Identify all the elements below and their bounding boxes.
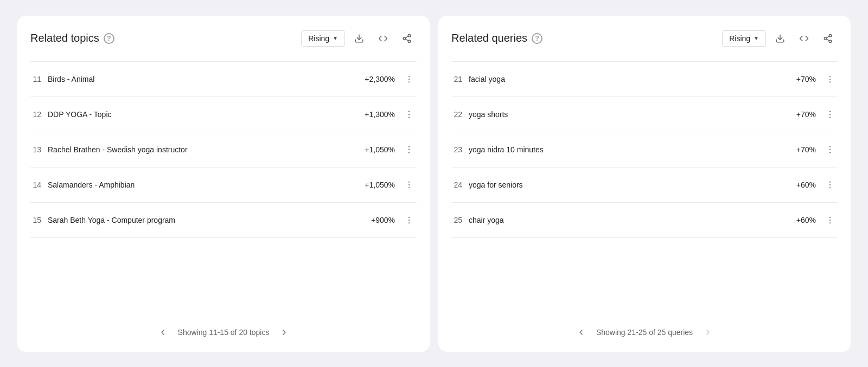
row-right: +2,300% <box>357 72 417 87</box>
svg-point-17 <box>409 187 410 188</box>
more-options-button[interactable] <box>822 107 838 122</box>
svg-point-41 <box>829 222 831 223</box>
svg-point-40 <box>829 219 831 220</box>
rising-dropdown[interactable]: Rising▼ <box>722 30 766 47</box>
next-page-button[interactable] <box>276 324 293 341</box>
row-number: 11 <box>30 75 41 83</box>
more-options-button[interactable] <box>822 142 838 157</box>
more-vertical-icon <box>404 74 414 84</box>
row-label: Rachel Brathen - Swedish yoga instructor <box>48 145 188 154</box>
row-right: +1,300% <box>357 107 417 122</box>
code-icon <box>799 34 809 43</box>
row-label: DDP YOGA - Topic <box>48 110 112 119</box>
row-label: Birds - Animal <box>48 75 94 83</box>
pagination-text: Showing 11-15 of 20 topics <box>178 328 270 337</box>
row-left: 25chair yoga <box>451 216 504 224</box>
svg-point-30 <box>829 111 831 112</box>
row-right: +900% <box>357 213 417 228</box>
embed-button[interactable] <box>794 29 814 48</box>
panel-title: Related topics <box>30 32 99 44</box>
table-row: 11Birds - Animal+2,300% <box>30 61 417 97</box>
svg-line-25 <box>826 39 829 41</box>
svg-point-37 <box>829 184 831 185</box>
download-button[interactable] <box>349 29 369 48</box>
more-options-button[interactable] <box>401 142 417 157</box>
more-options-button[interactable] <box>822 72 838 87</box>
more-vertical-icon <box>404 110 414 119</box>
more-vertical-icon <box>404 145 414 154</box>
help-icon[interactable]: ? <box>532 33 542 44</box>
chevron-left-icon <box>158 328 167 337</box>
more-options-button[interactable] <box>401 177 417 192</box>
row-left: 21facial yoga <box>451 75 505 83</box>
more-options-button[interactable] <box>822 213 838 228</box>
table-row: 22yoga shorts+70% <box>451 97 838 132</box>
more-vertical-icon <box>404 180 414 190</box>
title-group: Related topics? <box>30 32 114 44</box>
more-vertical-icon <box>825 74 835 84</box>
more-vertical-icon <box>825 145 835 154</box>
row-number: 25 <box>451 216 462 224</box>
row-number: 24 <box>451 181 462 189</box>
rising-dropdown[interactable]: Rising▼ <box>301 30 345 47</box>
row-value: +900% <box>357 216 395 224</box>
more-vertical-icon <box>825 180 835 190</box>
row-number: 22 <box>451 110 462 119</box>
row-number: 23 <box>451 145 462 154</box>
more-vertical-icon <box>825 215 835 225</box>
svg-line-4 <box>405 39 408 41</box>
svg-point-39 <box>829 216 831 217</box>
row-left: 13Rachel Brathen - Swedish yoga instruct… <box>30 145 188 154</box>
row-right: +60% <box>778 177 838 192</box>
prev-page-button[interactable] <box>572 324 590 341</box>
row-right: +70% <box>778 142 838 157</box>
row-label: yoga nidra 10 minutes <box>469 145 544 154</box>
svg-point-7 <box>409 78 410 79</box>
code-icon <box>378 34 388 43</box>
row-right: +70% <box>778 107 838 122</box>
more-options-button[interactable] <box>401 213 417 228</box>
row-value: +1,300% <box>357 110 395 119</box>
row-value: +1,050% <box>357 181 395 189</box>
embed-button[interactable] <box>373 29 393 48</box>
svg-point-32 <box>829 117 831 118</box>
card-header: Related queries?Rising▼ <box>451 29 838 48</box>
more-options-button[interactable] <box>822 177 838 192</box>
prev-page-button[interactable] <box>154 324 171 341</box>
row-left: 23yoga nidra 10 minutes <box>451 145 544 154</box>
more-options-button[interactable] <box>401 72 417 87</box>
row-left: 15Sarah Beth Yoga - Computer program <box>30 216 175 224</box>
svg-line-5 <box>405 36 408 37</box>
row-value: +70% <box>778 75 816 83</box>
help-icon[interactable]: ? <box>104 33 114 44</box>
svg-point-12 <box>409 146 410 147</box>
row-label: yoga shorts <box>469 110 508 119</box>
more-options-button[interactable] <box>401 107 417 122</box>
row-left: 14Salamanders - Amphibian <box>30 181 135 189</box>
dropdown-label: Rising <box>308 34 329 43</box>
share-button[interactable] <box>397 29 417 48</box>
more-vertical-icon <box>404 215 414 225</box>
row-left: 22yoga shorts <box>451 110 508 119</box>
svg-point-15 <box>409 181 410 182</box>
share-button[interactable] <box>818 29 838 48</box>
table-row: 23yoga nidra 10 minutes+70% <box>451 132 838 168</box>
table-row: 12DDP YOGA - Topic+1,300% <box>30 97 417 132</box>
table-row: 14Salamanders - Amphibian+1,050% <box>30 168 417 203</box>
chevron-down-icon: ▼ <box>333 35 338 41</box>
row-label: Salamanders - Amphibian <box>48 181 135 189</box>
download-icon <box>354 34 364 43</box>
row-right: +1,050% <box>357 142 417 157</box>
svg-point-34 <box>829 149 831 150</box>
svg-point-13 <box>409 149 410 150</box>
row-label: facial yoga <box>469 75 505 83</box>
download-button[interactable] <box>770 29 790 48</box>
download-icon <box>775 34 785 43</box>
share-icon <box>823 34 833 43</box>
chevron-right-icon <box>280 328 289 337</box>
svg-point-33 <box>829 146 831 147</box>
table-row: 25chair yoga+60% <box>451 203 838 238</box>
svg-point-18 <box>409 216 410 217</box>
svg-point-14 <box>409 152 410 153</box>
svg-point-28 <box>829 78 831 79</box>
